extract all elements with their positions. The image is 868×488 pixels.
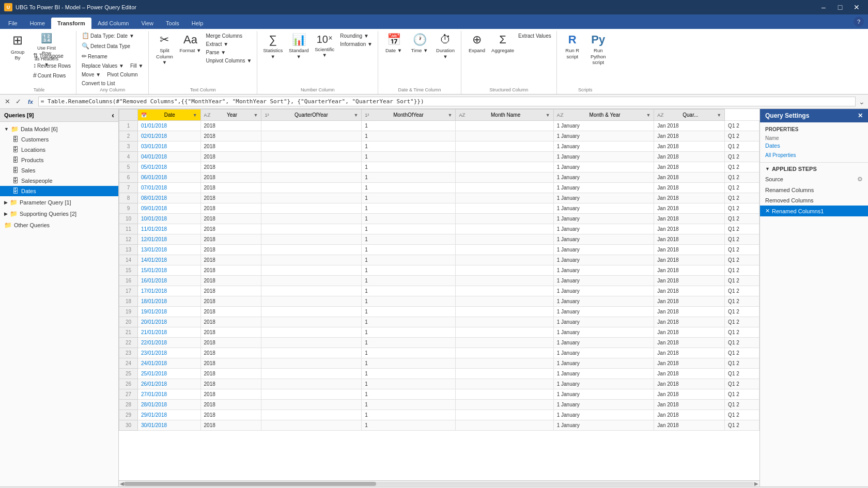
data-cell: 2018 [200, 172, 261, 183]
col-header-quarter[interactable]: Aℤ Quar... ▼ [654, 109, 725, 121]
group-by-button[interactable]: ⊞ GroupBy [5, 31, 30, 62]
count-rows-button[interactable]: # Count Rows [31, 71, 73, 80]
date-cell: 23/01/2018 [138, 348, 201, 358]
mn-col-arrow[interactable]: ▼ [546, 113, 550, 118]
convert-to-list-button[interactable]: Convert to List [80, 80, 117, 87]
tab-home[interactable]: Home [24, 18, 51, 29]
col-header-quarterofyear[interactable]: 1² QuarterOfYear ▼ [261, 109, 362, 121]
col-header-month-name[interactable]: Aℤ Month Name ▼ [456, 109, 553, 121]
merge-columns-button[interactable]: Merge Columns [204, 32, 254, 40]
minimize-button[interactable]: – [816, 0, 831, 14]
row-number-cell: 25 [119, 369, 138, 379]
information-button[interactable]: Information ▼ [338, 40, 375, 48]
table-row: 2727/01/2018201811 JanuaryJan 2018Q1 2 [119, 389, 760, 400]
data-cell: 2018 [200, 400, 261, 410]
q-col-arrow[interactable]: ▼ [717, 113, 721, 118]
standard-button[interactable]: 📊 Standard ▼ [286, 31, 311, 60]
formula-cancel-button[interactable]: ✕ [3, 97, 12, 106]
split-column-button[interactable]: ✂ SplitColumn ▼ [152, 31, 177, 67]
statistics-button[interactable]: ∑ Statistics ▼ [260, 31, 285, 60]
formula-expand-icon[interactable]: ⌄ [859, 98, 865, 106]
transpose-button[interactable]: ⇅ Transpose [31, 51, 73, 60]
col-header-month-year[interactable]: Aℤ Month & Year ▼ [553, 109, 654, 121]
query-group-other-header[interactable]: 📁 Other Queries [0, 220, 118, 230]
tab-help[interactable]: Help [185, 18, 210, 29]
move-button[interactable]: Move ▼ [80, 71, 103, 78]
moy-col-arrow[interactable]: ▼ [448, 113, 453, 118]
date-col-arrow[interactable]: ▼ [193, 113, 197, 118]
col-header-year[interactable]: Aℤ Year ▼ [200, 109, 261, 121]
detect-data-type-button[interactable]: 🔍 Detect Data Type [80, 41, 132, 51]
query-group-supporting-header[interactable]: ▶ 📁 Supporting Queries [2] [0, 209, 118, 219]
rounding-button[interactable]: Rounding ▼ [338, 32, 375, 40]
date-button[interactable]: 📅 Date ▼ [381, 31, 406, 55]
data-cell: 1 [362, 327, 456, 338]
step-removed-columns[interactable]: Removed Columns [760, 195, 868, 206]
tab-transform[interactable]: Transform [51, 18, 91, 29]
scroll-right-btn[interactable]: ▶ [754, 481, 758, 486]
row-number-cell: 18 [119, 296, 138, 307]
data-type-button[interactable]: 📋 Data Type: Date ▼ [80, 31, 136, 40]
close-button[interactable]: ✕ [849, 0, 864, 14]
tab-add-column[interactable]: Add Column [91, 18, 135, 29]
data-cell: Q1 2 [725, 183, 760, 193]
date-cell: 18/01/2018 [138, 296, 201, 307]
query-item-locations[interactable]: 🗄 Locations [0, 145, 118, 155]
col-header-monthofyear[interactable]: 1² MonthOfYear ▼ [362, 109, 456, 121]
data-cell: 2018 [200, 265, 261, 276]
duration-button[interactable]: ⏱ Duration ▼ [433, 31, 458, 60]
query-item-customers[interactable]: 🗄 Customers [0, 134, 118, 145]
step-renamed-columns[interactable]: Renamed Columns [760, 185, 868, 195]
extract-label: Extract ▼ [206, 41, 228, 47]
tab-tools[interactable]: Tools [160, 18, 185, 29]
reverse-rows-button[interactable]: ↕ Reverse Rows [31, 61, 73, 70]
horizontal-scrollbar[interactable]: ◀ ▶ [119, 480, 760, 486]
query-item-sales[interactable]: 🗄 Sales [0, 165, 118, 176]
step-renamed-columns1[interactable]: ✕ Renamed Columns1 [760, 206, 868, 216]
qoy-col-arrow[interactable]: ▼ [353, 113, 358, 118]
col-header-date[interactable]: 📅 Date ▼ [138, 109, 201, 121]
tab-file[interactable]: File [2, 18, 24, 29]
query-item-salespeople[interactable]: 🗄 Salespeople [0, 176, 118, 186]
step-source-settings-icon[interactable]: ⚙ [857, 176, 863, 183]
rename-button[interactable]: ✏ Rename [80, 52, 110, 61]
time-button[interactable]: 🕐 Time ▼ [407, 31, 432, 55]
formula-input[interactable] [38, 97, 856, 106]
step-source[interactable]: Source ⚙ [760, 174, 868, 185]
query-group-parameter-header[interactable]: ▶ 📁 Parameter Query [1] [0, 197, 118, 208]
parse-button[interactable]: Parse ▼ [204, 49, 254, 56]
query-name-value[interactable]: Dates [765, 143, 863, 149]
fill-button[interactable]: Fill ▼ [128, 62, 145, 70]
table-row: 1111/01/2018201811 JanuaryJan 2018Q1 2 [119, 224, 760, 234]
data-cell: 1 January [553, 317, 654, 327]
extract-values-button[interactable]: Extract Values [516, 32, 553, 40]
pivot-column-button[interactable]: Pivot Column [105, 71, 140, 78]
formula-confirm-button[interactable]: ✓ [14, 97, 23, 106]
grid-container[interactable]: 📅 Date ▼ Aℤ Year ▼ [119, 109, 760, 480]
collapse-panel-button[interactable]: ‹ [112, 111, 114, 119]
aggregate-button[interactable]: Σ Aggregate [490, 31, 515, 55]
replace-values-button[interactable]: Replace Values ▼ [80, 62, 126, 70]
run-r-script-button[interactable]: R Run Rscript [560, 31, 585, 60]
maximize-button[interactable]: □ [833, 0, 847, 14]
expand-button[interactable]: ⊕ Expand [464, 31, 489, 55]
use-first-row-button[interactable]: 🔢 Use First Rowas Headers ▼ [31, 31, 62, 51]
query-item-dates[interactable]: 🗄 Dates [0, 186, 118, 196]
query-group-data-model-header[interactable]: ▼ 📁 Data Model [6] [0, 124, 118, 134]
format-button[interactable]: Aa Format ▼ [178, 31, 203, 55]
scroll-left-btn[interactable]: ◀ [120, 481, 124, 486]
unpivot-columns-button[interactable]: Unpivot Columns ▼ [204, 57, 254, 65]
query-item-products[interactable]: 🗄 Products [0, 155, 118, 165]
all-properties-link[interactable]: All Properties [765, 152, 796, 158]
date-cell: 05/01/2018 [138, 162, 201, 172]
data-cell: 2018 [200, 358, 261, 369]
year-col-arrow[interactable]: ▼ [254, 113, 258, 118]
data-cell: 1 [362, 162, 456, 172]
tab-view[interactable]: View [135, 18, 160, 29]
run-python-script-button[interactable]: Py Run Pythonscript [586, 31, 611, 67]
scientific-button[interactable]: 10ˣ Scientific ▼ [312, 31, 337, 59]
row-number-cell: 22 [119, 338, 138, 348]
my-col-arrow[interactable]: ▼ [646, 113, 650, 118]
properties-close-button[interactable]: ✕ [858, 112, 863, 119]
extract-button[interactable]: Extract ▼ [204, 40, 254, 48]
